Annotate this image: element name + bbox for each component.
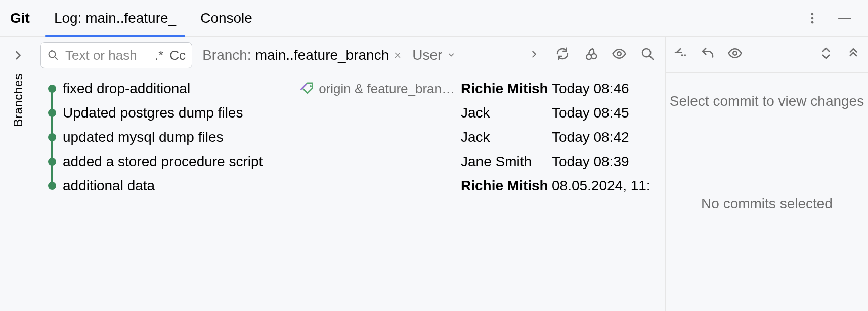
- svg-point-7: [642, 49, 650, 57]
- svg-point-5: [591, 54, 596, 59]
- cherry-pick-icon[interactable]: [583, 46, 598, 65]
- expand-collapse-icon[interactable]: [818, 46, 834, 64]
- commit-message: updated mysql dump files: [58, 129, 461, 145]
- svg-point-2: [811, 21, 814, 24]
- commit-dot-icon: [48, 182, 56, 190]
- more-filters-icon[interactable]: [529, 47, 540, 63]
- commit-date: Today 08:42: [552, 129, 653, 145]
- svg-point-0: [811, 13, 814, 16]
- branch-filter-value: main..feature_branch: [255, 47, 389, 63]
- refresh-icon[interactable]: [555, 46, 570, 65]
- details-placeholder-bottom: No commits selected: [701, 196, 833, 212]
- commit-author: Jack: [461, 129, 552, 145]
- commit-date: Today 08:45: [552, 105, 653, 121]
- branch-filter[interactable]: Branch: main..feature_branch: [202, 47, 402, 63]
- chevron-down-icon: [446, 47, 456, 63]
- log-action-icons: [555, 46, 658, 65]
- commit-author: Richie Mitish: [461, 81, 552, 97]
- branch-filter-label: Branch:: [202, 47, 251, 63]
- match-case-toggle[interactable]: Cc: [169, 48, 186, 63]
- commit-message: additional data: [58, 178, 461, 194]
- expand-rail-icon[interactable]: [9, 46, 27, 64]
- commit-row[interactable]: added a stored procedure scriptJane Smit…: [36, 149, 665, 174]
- tab-console[interactable]: Console: [188, 0, 265, 36]
- commit-dot-icon: [48, 133, 56, 141]
- header-tabs: Git Log: main..feature_ Console: [9, 0, 265, 36]
- commit-row[interactable]: fixed drop-additionalorigin & feature_br…: [36, 76, 665, 101]
- watch-icon[interactable]: [727, 46, 743, 64]
- commit-list: fixed drop-additionalorigin & feature_br…: [36, 73, 665, 198]
- commit-row[interactable]: updated mysql dump filesJackToday 08:42: [36, 125, 665, 149]
- commit-date: 08.05.2024, 11:: [552, 178, 653, 194]
- regex-toggle[interactable]: .*: [155, 48, 163, 63]
- header-bar: Git Log: main..feature_ Console: [0, 0, 868, 37]
- commit-author: Jack: [461, 105, 552, 121]
- find-icon[interactable]: [640, 46, 655, 65]
- commit-row[interactable]: additional dataRichie Mitish08.05.2024, …: [36, 174, 665, 198]
- tab-log[interactable]: Log: main..feature_: [42, 0, 188, 36]
- commit-message: Updated postgres dump files: [58, 105, 461, 121]
- log-pane: .* Cc Branch: main..feature_branch User: [36, 37, 666, 311]
- commit-author: Jane Smith: [461, 153, 552, 170]
- user-filter-label: User: [412, 47, 442, 63]
- side-rail: Branches: [0, 37, 36, 311]
- svg-point-1: [811, 17, 814, 20]
- details-placeholder-top: Select commit to view changes: [670, 93, 864, 109]
- revert-icon[interactable]: [700, 46, 715, 64]
- commit-message: fixed drop-additionalorigin & feature_br…: [58, 81, 461, 97]
- commit-node: [47, 133, 58, 141]
- commit-node: [47, 85, 58, 93]
- collapse-all-icon[interactable]: [846, 46, 861, 64]
- commit-author: Richie Mitish: [461, 178, 552, 194]
- svg-point-4: [586, 54, 591, 59]
- details-toolbar: [666, 37, 868, 72]
- commit-dot-icon: [48, 85, 56, 93]
- commit-message: added a stored procedure script: [58, 153, 461, 170]
- search-icon: [47, 49, 59, 61]
- search-box[interactable]: .* Cc: [40, 42, 192, 68]
- tab-git[interactable]: Git: [9, 0, 42, 36]
- eye-icon[interactable]: [612, 46, 627, 65]
- details-pane: Select commit to view changes No commits…: [666, 37, 868, 311]
- more-options-icon[interactable]: [803, 9, 821, 27]
- clear-branch-filter-icon[interactable]: [393, 47, 402, 63]
- commit-node: [47, 158, 58, 166]
- commit-node: [47, 182, 58, 190]
- commit-dot-icon: [48, 158, 56, 166]
- commit-node: [47, 109, 58, 117]
- user-filter[interactable]: User: [412, 47, 456, 63]
- branch-tag[interactable]: origin & feature_bran…: [300, 81, 461, 97]
- minimize-icon[interactable]: [836, 9, 854, 27]
- search-input[interactable]: [65, 48, 149, 63]
- rail-branches-label[interactable]: Branches: [11, 73, 25, 127]
- svg-point-9: [733, 51, 737, 55]
- go-to-icon[interactable]: [673, 46, 688, 64]
- commit-date: Today 08:39: [552, 153, 653, 170]
- commit-date: Today 08:46: [552, 81, 653, 97]
- commit-dot-icon: [48, 109, 56, 117]
- svg-point-8: [310, 85, 312, 87]
- svg-point-6: [617, 52, 621, 56]
- log-toolbar: .* Cc Branch: main..feature_branch User: [36, 37, 665, 73]
- commit-row[interactable]: Updated postgres dump filesJackToday 08:…: [36, 101, 665, 125]
